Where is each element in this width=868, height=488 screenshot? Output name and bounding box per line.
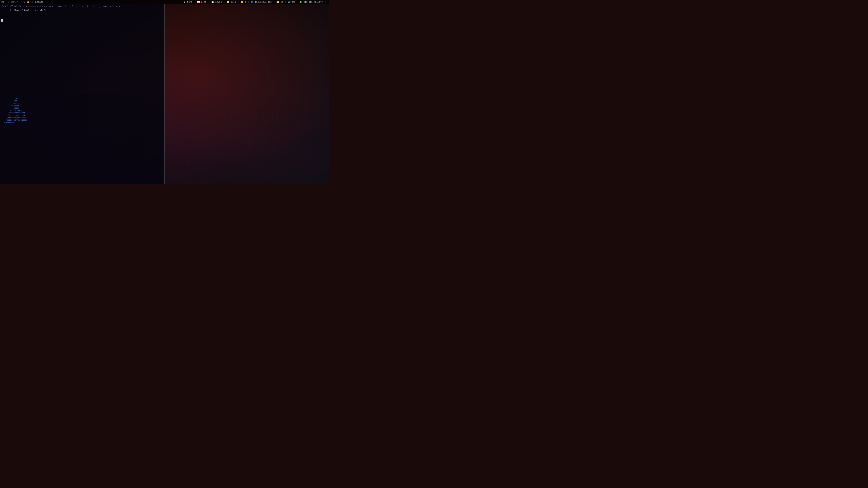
- main-layout: /\ / \ \\\\\\ /\__/ % %==O=% \ % - -% `-…: [0, 4, 329, 184]
- topbar-workspace-2[interactable]: 2:_: [1, 1, 5, 3]
- terminal-top[interactable]: /\ / \ \\\\\\ /\__/ % %==O=% \ % - -% `-…: [0, 4, 164, 94]
- topbar-vol: 🔊 0%: [288, 1, 294, 3]
- topbar-left: 2:_ | 3:</> | 9:🔒 | Enpass: [1, 1, 43, 3]
- topbar-battery: 🔋 51% DIS [01:37]: [300, 1, 323, 3]
- topbar-load: 📊 2.75: [197, 1, 206, 3]
- bottom-split: - .o+` `ooo/ `+oooo: `+oooooo: -+oooooo+…: [0, 94, 164, 184]
- terminal-quote: :_____| "Boy, I LOVE this stuff".: [1, 8, 163, 13]
- topbar-disk: 📁 144G: [227, 1, 236, 3]
- ascii-art: /\ / \ \\\\\\ /\__/ % %==O=% \ % - -% `-…: [1, 5, 163, 8]
- topbar-signal: 📶 15: [276, 1, 283, 3]
- topbar-workspace-9[interactable]: 9:🔒: [24, 1, 29, 3]
- topbar: 2:_ | 3:</> | 9:🔒 | Enpass 🌡 50°C | 📊 2.…: [0, 0, 329, 4]
- topbar-ram: 💾 12.0G: [211, 1, 222, 3]
- terminal-bottom: - .o+` `ooo/ `+oooo: `+oooooo: -+oooooo+…: [0, 94, 164, 184]
- topbar-alert: 🔔 0: [241, 1, 246, 3]
- arch-logo: - .o+` `ooo/ `+oooo: `+oooooo: -+oooooo+…: [0, 94, 45, 184]
- left-panel: /\ / \ \\\\\\ /\__/ % %==O=% \ % - -% `-…: [0, 4, 164, 184]
- prompt-line: [1, 19, 163, 22]
- topbar-enpass[interactable]: Enpass: [35, 1, 43, 3]
- topbar-right: 🌡 50°C | 📊 2.75 | 💾 12.0G | 📁 144G | 🔔 0…: [184, 1, 328, 3]
- topbar-temp: 🌡 50°C: [184, 1, 192, 3]
- topbar-workspace-3[interactable]: 3:</>: [11, 1, 18, 3]
- topbar-ip: 🌐 192.168.1.162: [251, 1, 272, 3]
